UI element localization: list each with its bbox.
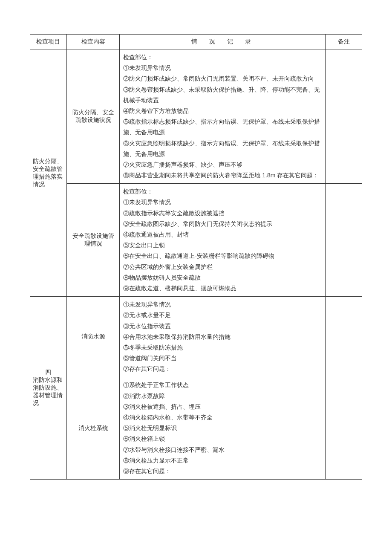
record-line: ①未发现异常情况 <box>123 299 322 310</box>
item-text: 消防水源和消防设施、器材管理情况 <box>33 376 64 407</box>
record-line: 检查部位： <box>123 52 322 63</box>
inspection-table: 检查项目 检查内容 情况记录 备注 防火分隔、安全疏散管理措施落实情况 防火分隔… <box>30 34 362 480</box>
table-row: 防火分隔、安全疏散管理措施落实情况 防火分隔、安全疏散设施状况 检查部位： ①未… <box>30 49 362 184</box>
remark-cell <box>326 184 362 297</box>
record-line: ③消火栓被遮挡、挤占、埋压 <box>123 402 322 412</box>
record-line: ⑧商品非营业期间未将共享空间的防火卷帘降至距地 1.8m 存在其它问题： <box>123 170 322 181</box>
record-line: ②无水或水量不足 <box>123 310 322 321</box>
record-cell: ①系统处于正常工作状态 ②消防水泵故障 ③消火栓被遮挡、挤占、埋压 ④消火栓箱内… <box>120 377 326 480</box>
record-line: ③无水位指示装置 <box>123 321 322 332</box>
record-line: ④合用水池未采取保持消防用水量的措施 <box>123 332 322 342</box>
header-remark: 备注 <box>326 35 362 49</box>
content-cell: 消火栓系统 <box>66 377 120 480</box>
item-cell-fire-equipment: 四 消防水源和消防设施、器材管理情况 <box>30 297 67 480</box>
record-line: ⑤冬季未采取防冻措施 <box>123 342 322 353</box>
record-line: ①系统处于正常工作状态 <box>123 380 322 390</box>
record-cell: 检查部位： ①未发现异常情况 ②疏散指示标志等安全疏散设施被遮挡 ③安全疏散图示… <box>120 184 326 297</box>
header-row: 检查项目 检查内容 情况记录 备注 <box>30 35 362 49</box>
remark-cell <box>326 377 362 480</box>
record-line: ⑦火灾应急广播扬声器损坏、缺少、声压不够 <box>123 159 322 170</box>
record-line: ⑧物品摆放妨碍人员安全疏散 <box>123 272 322 283</box>
header-content: 检查内容 <box>66 35 120 49</box>
content-cell: 安全疏散设施管理情况 <box>66 184 120 297</box>
record-line: ⑤消火栓无明显标识 <box>123 423 322 434</box>
record-line: ⑤安全出口上锁 <box>123 240 322 251</box>
record-line: ②消防水泵故障 <box>123 391 322 402</box>
record-line: ⑨存在其它问题： <box>123 466 322 477</box>
record-line: ⑥消火栓箱上锁 <box>123 434 322 444</box>
content-cell: 防火分隔、安全疏散设施状况 <box>66 49 120 184</box>
record-line: ③防火卷帘损坏或缺少、未采取防火保护措施、升、降、停功能不完备、无机械手动装置 <box>123 84 322 106</box>
record-line: ②疏散指示标志等安全疏散设施被遮挡 <box>123 208 322 219</box>
item-number: 四 <box>33 369 64 376</box>
header-item: 检查项目 <box>30 35 67 49</box>
record-line: ④疏散通道被占用、封堵 <box>123 229 322 240</box>
record-line: ①未发现异常情况 <box>123 63 322 73</box>
record-line: ⑥火灾应急照明损坏或缺少、指示方向错误、无保护罩、布线未采取保护措施、无备用电源 <box>123 138 322 159</box>
record-line: ⑥在安全出口、疏散通道上-安装栅栏等影响疏散的障碍物 <box>123 251 322 261</box>
remark-cell <box>326 49 362 184</box>
record-line: ⑦公共区域的外窗上安装金属护栏 <box>123 262 322 272</box>
record-line: ⑨在疏散走道、楼梯间悬挂、摆放可燃物品 <box>123 283 322 294</box>
record-cell: 检查部位： ①未发现异常情况 ②防火门损坏或缺少、常闭防火门无闭装置、关闭不严、… <box>120 49 326 184</box>
table-row: 安全疏散设施管理情况 检查部位： ①未发现异常情况 ②疏散指示标志等安全疏散设施… <box>30 184 362 297</box>
record-line: ⑧消火栓压力显示不正常 <box>123 455 322 466</box>
record-line: ②防火门损坏或缺少、常闭防火门无闭装置、关闭不严、未开向疏散方向 <box>123 73 322 84</box>
record-cell: ①未发现异常情况 ②无水或水量不足 ③无水位指示装置 ④合用水池未采取保持消防用… <box>120 297 326 377</box>
remark-cell <box>326 297 362 377</box>
record-line: ③安全疏散图示缺少、常闭防火门无保持关闭状态的提示 <box>123 219 322 229</box>
record-line: ④防火卷帘下方堆放物品 <box>123 106 322 116</box>
table-row: 四 消防水源和消防设施、器材管理情况 消防水源 ①未发现异常情况 ②无水或水量不… <box>30 297 362 377</box>
item-cell-fire-separation: 防火分隔、安全疏散管理措施落实情况 <box>30 49 67 297</box>
table-row: 消火栓系统 ①系统处于正常工作状态 ②消防水泵故障 ③消火栓被遮挡、挤占、埋压 … <box>30 377 362 480</box>
record-line: ⑥管道阀门关闭不当 <box>123 353 322 364</box>
record-line: 检查部位： <box>123 186 322 197</box>
record-line: ⑤疏散指示标志损坏或缺少、指示方向错误、无保护罩、布线未采取保护措施、无备用电源 <box>123 116 322 138</box>
header-record: 情况记录 <box>120 35 326 49</box>
content-cell: 消防水源 <box>66 297 120 377</box>
record-line: ④消火栓箱内水枪、水带等不齐全 <box>123 412 322 423</box>
record-line: ⑦水带与消火栓接口连接不严密、漏水 <box>123 445 322 455</box>
record-line: ⑦存在其它问题： <box>123 364 322 374</box>
record-line: ①未发现异常情况 <box>123 197 322 208</box>
